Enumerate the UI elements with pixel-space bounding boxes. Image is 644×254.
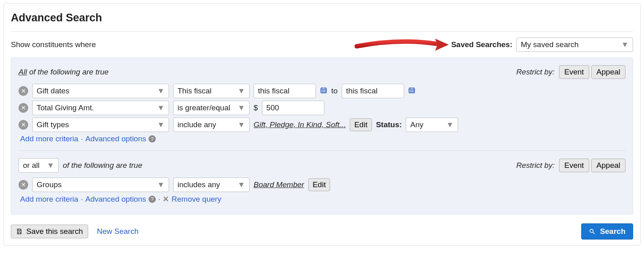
to-label: to: [331, 87, 338, 95]
separator-dot: ·: [81, 195, 83, 204]
subtitle: Show constituents where: [11, 40, 96, 49]
new-search-link[interactable]: New Search: [97, 227, 139, 236]
close-icon: ✕: [163, 194, 169, 204]
advanced-options-link[interactable]: Advanced options: [85, 195, 146, 204]
section1-all-toggle[interactable]: All: [19, 68, 27, 76]
event-button-2[interactable]: Event: [559, 159, 589, 172]
saved-searches-label: Saved Searches:: [451, 40, 512, 49]
saved-searches-select[interactable]: My saved search ▼: [516, 37, 633, 52]
restrict-label-2: Restrict by:: [516, 161, 555, 169]
logic-select[interactable]: or all ▼: [19, 158, 59, 173]
add-criteria-link[interactable]: Add more criteria: [20, 195, 78, 204]
chevron-down-icon: ▼: [237, 120, 245, 129]
amount-input[interactable]: 500: [262, 101, 324, 115]
currency-symbol: $: [254, 103, 258, 112]
footer: Save this search New Search Search: [11, 223, 633, 240]
section2-suffix: of the following are true: [63, 161, 142, 170]
criteria-row: ✕ Total Giving Amt. ▼ is greater/equal ▼…: [19, 101, 625, 115]
chevron-down-icon: ▼: [47, 161, 54, 170]
section-divider: [19, 151, 625, 151]
remove-row-icon[interactable]: ✕: [19, 103, 28, 113]
chevron-down-icon: ▼: [157, 120, 165, 129]
help-icon[interactable]: ?: [149, 135, 156, 142]
gift-types-values[interactable]: Gift, Pledge, In Kind, Soft...: [254, 120, 346, 129]
chevron-down-icon: ▼: [621, 40, 629, 49]
remove-query-link[interactable]: Remove query: [171, 195, 221, 204]
chevron-down-icon: ▼: [446, 120, 454, 129]
date-from-input[interactable]: this fiscal: [254, 84, 316, 98]
separator-dot: ·: [81, 134, 83, 143]
add-criteria-link[interactable]: Add more criteria: [20, 134, 78, 143]
field-select[interactable]: Total Giving Amt. ▼: [32, 101, 169, 115]
criteria-row: ✕ Gift types ▼ include any ▼ Gift, Pledg…: [19, 118, 625, 132]
edit-button[interactable]: Edit: [350, 118, 372, 131]
appeal-button-2[interactable]: Appeal: [591, 159, 625, 172]
field-select[interactable]: Gift types ▼: [32, 118, 169, 132]
remove-row-icon[interactable]: ✕: [19, 86, 28, 96]
chevron-down-icon: ▼: [157, 87, 165, 95]
criteria-row: ✕ Gift dates ▼ This fiscal ▼ this fiscal…: [19, 84, 625, 98]
range-type-select[interactable]: This fiscal ▼: [173, 84, 250, 98]
date-to-input[interactable]: this fiscal: [342, 84, 404, 98]
appeal-button-1[interactable]: Appeal: [591, 65, 625, 79]
chevron-down-icon: ▼: [237, 180, 245, 189]
page-title: Advanced Search: [11, 12, 633, 24]
svg-line-20: [593, 232, 594, 234]
chevron-down-icon: ▼: [157, 103, 165, 112]
section2-header: or all ▼ of the following are true Restr…: [19, 158, 625, 173]
advanced-options-link[interactable]: Advanced options: [85, 134, 146, 143]
calendar-icon[interactable]: [408, 87, 415, 96]
operator-select[interactable]: is greater/equal ▼: [173, 101, 250, 115]
section2-links: Add more criteria · Advanced options ? ·…: [20, 194, 625, 204]
top-row: Show constituents where Saved Searches: …: [11, 37, 633, 52]
criteria-block: All of the following are true Restrict b…: [11, 58, 633, 215]
save-search-button[interactable]: Save this search: [11, 225, 88, 238]
chevron-down-icon: ▼: [157, 180, 165, 189]
section1-header: All of the following are true Restrict b…: [19, 65, 625, 79]
annotation-arrow: [355, 39, 447, 50]
remove-row-icon[interactable]: ✕: [19, 120, 28, 130]
operator-select[interactable]: include any ▼: [173, 118, 250, 132]
calendar-icon[interactable]: [320, 87, 327, 96]
chevron-down-icon: ▼: [237, 87, 245, 95]
criteria-row: ✕ Groups ▼ includes any ▼ Board Member E…: [19, 178, 625, 192]
separator-dot: ·: [158, 195, 160, 204]
status-label: Status:: [376, 120, 402, 129]
search-button[interactable]: Search: [581, 223, 633, 240]
chevron-down-icon: ▼: [237, 103, 245, 112]
saved-searches-value: My saved search: [521, 40, 579, 49]
groups-values[interactable]: Board Member: [254, 180, 304, 189]
help-icon[interactable]: ?: [149, 196, 156, 203]
event-button-1[interactable]: Event: [559, 65, 589, 79]
divider: [11, 31, 633, 32]
edit-button[interactable]: Edit: [308, 178, 330, 191]
section1-suffix: of the following are true: [27, 68, 109, 76]
advanced-search-panel: Advanced Search Show constituents where …: [3, 3, 641, 246]
remove-row-icon[interactable]: ✕: [19, 180, 28, 190]
status-select[interactable]: Any ▼: [406, 118, 458, 132]
restrict-label-1: Restrict by:: [516, 68, 555, 76]
operator-select[interactable]: includes any ▼: [173, 178, 250, 192]
field-select[interactable]: Groups ▼: [32, 178, 169, 192]
field-select[interactable]: Gift dates ▼: [32, 84, 169, 98]
section1-links: Add more criteria · Advanced options ?: [20, 134, 625, 143]
save-icon: [16, 227, 25, 235]
search-icon: [589, 227, 597, 235]
